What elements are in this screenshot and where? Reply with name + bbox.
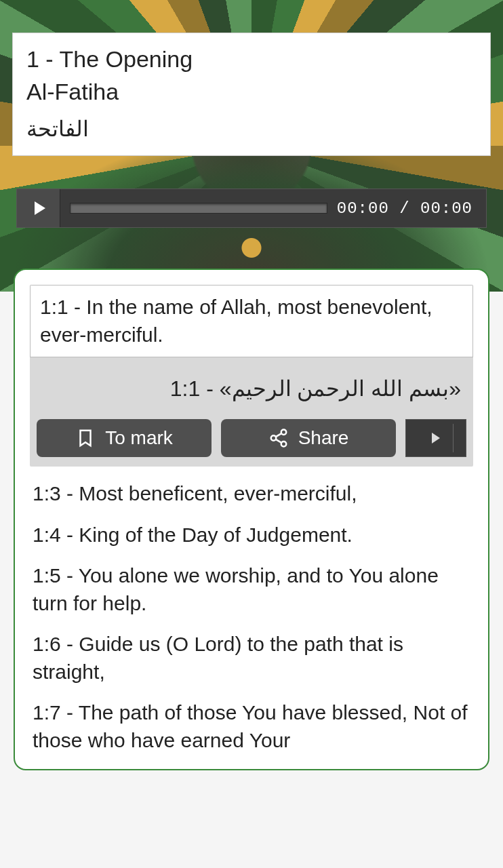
share-button[interactable]: Share xyxy=(221,419,396,457)
chapter-arabic-name: الفاتحة xyxy=(26,116,477,142)
verse-actions-row: To mark Share xyxy=(30,411,473,467)
svg-point-2 xyxy=(281,441,286,447)
verse-item[interactable]: 1:5 - You alone we worship, and to You a… xyxy=(30,549,473,617)
selected-verse-block: 1:1 - In the name of Allah, most benevol… xyxy=(30,285,473,467)
svg-point-0 xyxy=(281,430,286,435)
play-icon xyxy=(432,433,440,443)
selected-verse-english[interactable]: 1:1 - In the name of Allah, most benevol… xyxy=(30,285,473,357)
verse-item[interactable]: 1:4 - King of the Day of Judgement. xyxy=(30,508,473,549)
share-icon xyxy=(268,428,289,448)
verse-item[interactable]: 1:7 - The path of those You have blessed… xyxy=(30,686,473,754)
chapter-transliteration: Al-Fatiha xyxy=(26,77,477,106)
bookmark-icon xyxy=(75,428,96,448)
chapter-header-card: 1 - The Opening Al-Fatiha الفاتحة xyxy=(12,33,491,156)
svg-line-3 xyxy=(275,433,281,437)
svg-line-4 xyxy=(275,439,281,443)
play-button[interactable] xyxy=(17,189,60,227)
audio-player: 00:00 / 00:00 xyxy=(16,189,487,228)
bookmark-label: To mark xyxy=(105,427,173,449)
svg-point-1 xyxy=(270,435,276,441)
share-label: Share xyxy=(298,427,349,449)
selected-verse-arabic: «بسم الله الرحمن الرحيم» - 1:1 xyxy=(30,357,473,411)
verses-container: 1:1 - In the name of Allah, most benevol… xyxy=(14,269,489,770)
verse-item[interactable]: 1:6 - Guide us (O Lord) to the path that… xyxy=(30,617,473,686)
play-icon xyxy=(35,201,45,215)
chapter-number-title: 1 - The Opening xyxy=(26,44,477,74)
audio-time-display: 00:00 / 00:00 xyxy=(337,199,486,218)
verse-play-button[interactable] xyxy=(405,419,466,457)
audio-track-slider[interactable] xyxy=(70,203,327,214)
verse-item[interactable]: 1:3 - Most beneficent, ever-merciful, xyxy=(30,467,473,508)
bookmark-button[interactable]: To mark xyxy=(37,419,212,457)
